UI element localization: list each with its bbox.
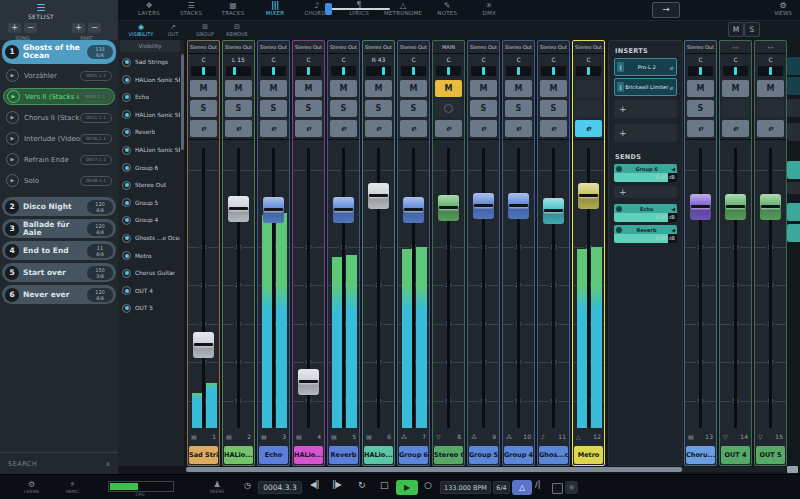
mute-button[interactable]: [575, 80, 602, 97]
fader-handle[interactable]: [333, 197, 354, 223]
learn-button[interactable]: ⚙ LEARN: [24, 480, 39, 495]
pan-control[interactable]: [261, 66, 286, 76]
routing-label[interactable]: Stereo Out: [293, 42, 324, 54]
routing-label[interactable]: Stereo Out: [538, 42, 569, 54]
mute-button[interactable]: M: [505, 80, 532, 97]
insert-slot[interactable]: ‖Brickwall Limitere: [614, 78, 677, 96]
group-button[interactable]: ⊞GROUP: [192, 23, 218, 37]
fader-handle[interactable]: [690, 194, 711, 220]
global-mute-button[interactable]: M: [728, 22, 744, 37]
out-button[interactable]: ↗OUT: [160, 23, 186, 37]
pan-control[interactable]: [723, 66, 748, 76]
edit-button[interactable]: e: [295, 120, 322, 137]
tap-tempo-icon[interactable]: ∕|: [535, 480, 540, 489]
channel-strip[interactable]: Stereo OutCMSe51020304050▤13Choru...uita…: [684, 40, 717, 466]
channel-label[interactable]: HALio...ic SE: [294, 446, 323, 464]
edit-button[interactable]: e: [687, 120, 714, 137]
channel-strip[interactable]: Stereo OutCe51020304050△12Metro: [572, 40, 605, 466]
send-prepost-icon[interactable]: ◀: [671, 227, 677, 233]
routing-label[interactable]: Stereo Out: [363, 42, 394, 54]
solo-button[interactable]: [435, 100, 462, 117]
fader-handle[interactable]: [298, 369, 319, 395]
send-slot[interactable]: Group 6◀: [614, 164, 677, 173]
solo-button[interactable]: [757, 100, 784, 117]
routing-label[interactable]: Stereo Out: [503, 42, 534, 54]
channel-label[interactable]: Sad Strings: [189, 446, 218, 464]
routing-label[interactable]: Stereo Out: [223, 42, 254, 54]
mute-button[interactable]: M: [540, 80, 567, 97]
pan-control[interactable]: [471, 66, 496, 76]
song-row[interactable]: 2Disco Night1204/4: [2, 197, 116, 216]
clear-search-icon[interactable]: x: [106, 460, 110, 468]
channel-label[interactable]: OUT 5: [756, 446, 785, 464]
routing-label[interactable]: Stereo Out: [573, 42, 604, 54]
song-row[interactable]: 3Ballade für Aale1204/4: [2, 219, 116, 238]
solo-button[interactable]: S: [330, 100, 357, 117]
mute-button[interactable]: M: [722, 80, 749, 97]
pan-control[interactable]: [758, 66, 783, 76]
solo-button[interactable]: S: [470, 100, 497, 117]
zoom-slider[interactable]: [328, 8, 390, 10]
channel-label[interactable]: Metro: [574, 446, 603, 464]
mixer-hscroll-thumb[interactable]: [186, 467, 682, 472]
play-part-icon[interactable]: ▶: [6, 111, 19, 124]
part-row[interactable]: ▶Vers II (Stacks i0003.1.1: [3, 88, 115, 105]
fader-track[interactable]: [769, 148, 772, 428]
channel-label[interactable]: HALio...ic SE: [364, 446, 393, 464]
channel-strip[interactable]: Stereo OutCMSe51020304050⁂10Group 4: [502, 40, 535, 466]
mute-button[interactable]: M: [330, 80, 357, 97]
channel-strip[interactable]: Stereo OutCMSe51020304050▤1Sad Strings: [187, 40, 220, 466]
expand-arrow-button[interactable]: →: [652, 2, 680, 18]
edit-button[interactable]: e: [575, 120, 602, 137]
tempo-display[interactable]: 133.000 BPM: [440, 481, 491, 494]
add-send-slot[interactable]: +: [614, 186, 677, 198]
edit-button[interactable]: e: [225, 120, 252, 137]
edit-button[interactable]: e: [365, 120, 392, 137]
fader-handle[interactable]: [368, 183, 389, 209]
edit-button[interactable]: e: [330, 120, 357, 137]
play-part-icon[interactable]: ▶: [6, 132, 19, 145]
fader-track[interactable]: [552, 148, 555, 428]
insert-edit-button[interactable]: e: [669, 64, 676, 71]
fader-handle[interactable]: [508, 193, 529, 219]
routing-label[interactable]: Stereo Out: [685, 42, 716, 54]
mute-button[interactable]: M: [400, 80, 427, 97]
solo-button[interactable]: S: [260, 100, 287, 117]
fader-handle[interactable]: [228, 196, 249, 222]
fader-track[interactable]: [699, 148, 702, 428]
channel-label[interactable]: Group 4: [504, 446, 533, 464]
part-row[interactable]: ▶Vorzähler0001.1.1: [3, 67, 115, 84]
tab-layers[interactable]: ❖LAYERS: [128, 0, 170, 17]
search-bar[interactable]: SEARCH x: [0, 452, 118, 474]
send-level-bar[interactable]: 0.00 dB: [614, 173, 677, 182]
fader-track[interactable]: [734, 148, 737, 428]
channel-strip[interactable]: Stereo OutCMSe51020304050▤4HALio...ic SE: [292, 40, 325, 466]
add-insert-slot[interactable]: +: [614, 100, 677, 118]
time-signature-display[interactable]: 6/4: [493, 481, 510, 494]
part-row[interactable]: ▶Chorus II (Stack0011.1.1: [3, 109, 115, 126]
insert-slot[interactable]: ‖Pro-L 2e: [614, 58, 677, 76]
add-song-button[interactable]: +: [8, 23, 21, 33]
edit-button[interactable]: e: [757, 120, 784, 137]
pan-control[interactable]: [366, 66, 391, 76]
edit-button[interactable]: e: [435, 120, 462, 137]
routing-label[interactable]: Stereo Out: [258, 42, 289, 54]
play-part-icon[interactable]: ▶: [6, 153, 19, 166]
routing-label[interactable]: MAIN: [433, 42, 464, 54]
fader-handle[interactable]: [760, 194, 781, 220]
channel-strip[interactable]: Stereo OutL 15MSe51020304050▤2HALio...ic…: [222, 40, 255, 466]
time-display[interactable]: 0004.3.3: [258, 481, 302, 494]
channel-strip[interactable]: Stereo OutCMSe51020304050▤3Echo: [257, 40, 290, 466]
tab-notes[interactable]: ✎NOTES: [426, 0, 468, 17]
peers-button[interactable]: ♟ PEERS: [210, 480, 224, 495]
play-part-icon[interactable]: ▶: [7, 90, 20, 103]
pan-control[interactable]: [191, 66, 216, 76]
remove-song-button[interactable]: −: [24, 23, 37, 33]
insert-edit-button[interactable]: e: [669, 84, 676, 91]
remove-part-button[interactable]: −: [88, 23, 101, 33]
fader-track[interactable]: [412, 148, 415, 428]
routing-label[interactable]: ‹·›: [720, 42, 751, 54]
tab-mixer[interactable]: |||MIXER: [254, 0, 296, 17]
fader-handle[interactable]: [263, 197, 284, 223]
fader-track[interactable]: [237, 148, 240, 428]
